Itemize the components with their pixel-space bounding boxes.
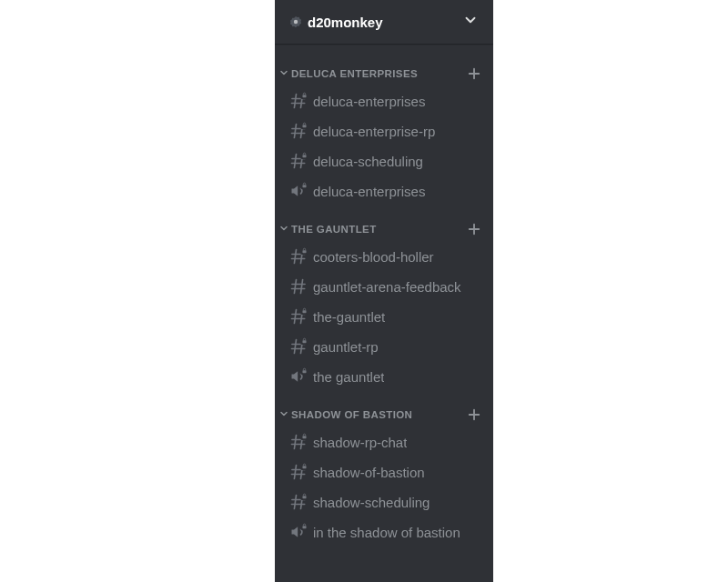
speaker-icon [289, 523, 308, 541]
channel-name: shadow-scheduling [313, 495, 430, 510]
svg-rect-39 [302, 340, 306, 343]
channel-name: the gauntlet [313, 369, 384, 385]
channel-name: deluca-enterprise-rp [313, 124, 435, 139]
category-name: THE GAUNTLET [291, 224, 377, 235]
hash-icon [289, 433, 308, 451]
svg-line-13 [294, 155, 296, 168]
channel-name: gauntlet-arena-feedback [313, 279, 461, 295]
category-header[interactable]: THE GAUNTLET [275, 219, 493, 239]
chevron-down-icon [278, 65, 289, 82]
lock-icon [300, 336, 308, 345]
svg-line-35 [294, 340, 296, 354]
svg-rect-7 [302, 95, 306, 97]
chevron-down-icon [278, 221, 289, 237]
add-channel-button[interactable] [466, 406, 482, 423]
svg-rect-34 [302, 310, 306, 313]
channel-name: deluca-scheduling [313, 154, 423, 169]
chevron-down-icon [462, 12, 479, 32]
channel-name: deluca-enterprises [313, 184, 425, 199]
category-name: SHADOW OF BASTION [291, 409, 412, 420]
text-channel[interactable]: shadow-scheduling [282, 487, 486, 517]
channel-category: SHADOW OF BASTIONshadow-rp-chatshadow-of… [275, 392, 493, 547]
hash-icon [289, 307, 308, 326]
text-channel[interactable]: deluca-enterprises [282, 86, 486, 115]
svg-line-26 [294, 280, 296, 294]
add-channel-button[interactable] [466, 221, 482, 237]
lock-icon [300, 492, 308, 500]
voice-channel[interactable]: deluca-enterprises [282, 176, 486, 206]
hash-icon [289, 463, 308, 481]
text-channel[interactable]: gauntlet-rp [282, 332, 486, 361]
channel-name: cooters-blood-holler [313, 249, 434, 265]
channel-name: in the shadow of bastion [313, 525, 460, 540]
svg-line-8 [294, 125, 296, 138]
text-channel[interactable]: deluca-scheduling [282, 146, 486, 176]
speaker-icon [289, 182, 308, 200]
svg-point-0 [294, 20, 298, 24]
hash-icon [289, 493, 308, 511]
svg-line-3 [294, 95, 296, 108]
svg-rect-52 [302, 466, 306, 468]
lock-icon [300, 522, 308, 530]
voice-channel[interactable]: the gauntlet [282, 362, 486, 391]
svg-line-21 [294, 250, 296, 264]
server-verified-icon [289, 15, 302, 28]
lock-icon [300, 432, 308, 440]
channel-name: deluca-enterprises [313, 94, 425, 109]
lock-icon [300, 306, 308, 315]
text-channel[interactable]: cooters-blood-holler [282, 242, 486, 271]
channel-category: THE GAUNTLETcooters-blood-hollergauntlet… [275, 206, 493, 391]
lock-icon [300, 181, 308, 189]
channel-name: the-gauntlet [313, 309, 385, 325]
channel-name: shadow-rp-chat [313, 435, 407, 450]
lock-icon [300, 366, 308, 375]
text-channel[interactable]: gauntlet-arena-feedback [282, 272, 486, 301]
text-channel[interactable]: shadow-of-bastion [282, 457, 486, 487]
channel-name: shadow-of-bastion [313, 465, 425, 480]
svg-line-48 [294, 466, 296, 479]
svg-rect-47 [302, 436, 306, 438]
hash-icon [289, 337, 308, 356]
hash-icon [289, 152, 308, 170]
add-channel-button[interactable] [466, 65, 482, 82]
category-header[interactable]: DELUCA ENTERPRISES [275, 64, 493, 84]
hash-icon [289, 92, 308, 110]
channel-list: cooters-blood-hollergauntlet-arena-feedb… [275, 239, 493, 391]
svg-rect-18 [302, 185, 306, 187]
server-header-title: d20monkey [289, 15, 383, 30]
svg-rect-12 [302, 125, 306, 127]
hash-icon [289, 277, 308, 296]
channel-sidebar: d20monkey DELUCA ENTERPRISESdeluca-enter… [275, 0, 493, 582]
speaker-icon [289, 367, 308, 386]
lock-icon [300, 151, 308, 159]
lock-icon [300, 462, 308, 470]
text-channel[interactable]: deluca-enterprise-rp [282, 116, 486, 146]
svg-rect-40 [302, 370, 306, 373]
voice-channel[interactable]: in the shadow of bastion [282, 517, 486, 547]
server-header[interactable]: d20monkey [275, 0, 493, 44]
svg-rect-58 [302, 526, 306, 528]
svg-rect-57 [302, 496, 306, 498]
svg-rect-17 [302, 155, 306, 157]
lock-icon [300, 121, 308, 129]
channel-name: gauntlet-rp [313, 339, 379, 355]
lock-icon [300, 246, 308, 255]
server-name: d20monkey [308, 15, 383, 30]
category-toggle[interactable]: DELUCA ENTERPRISES [278, 65, 418, 82]
category-header[interactable]: SHADOW OF BASTION [275, 405, 493, 425]
category-list: DELUCA ENTERPRISESdeluca-enterprisesdelu… [275, 44, 493, 582]
channel-list: shadow-rp-chatshadow-of-bastionshadow-sc… [275, 425, 493, 547]
chevron-down-icon [278, 406, 289, 423]
category-toggle[interactable]: SHADOW OF BASTION [278, 406, 412, 423]
channel-category: DELUCA ENTERPRISESdeluca-enterprisesdelu… [275, 51, 493, 206]
category-name: DELUCA ENTERPRISES [291, 68, 418, 79]
svg-line-53 [294, 496, 296, 509]
text-channel[interactable]: the-gauntlet [282, 302, 486, 331]
svg-rect-25 [302, 250, 306, 253]
text-channel[interactable]: shadow-rp-chat [282, 427, 486, 457]
channel-list: deluca-enterprisesdeluca-enterprise-rpde… [275, 84, 493, 206]
svg-line-43 [294, 436, 296, 449]
category-toggle[interactable]: THE GAUNTLET [278, 221, 377, 237]
hash-icon [289, 122, 308, 140]
lock-icon [300, 91, 308, 99]
